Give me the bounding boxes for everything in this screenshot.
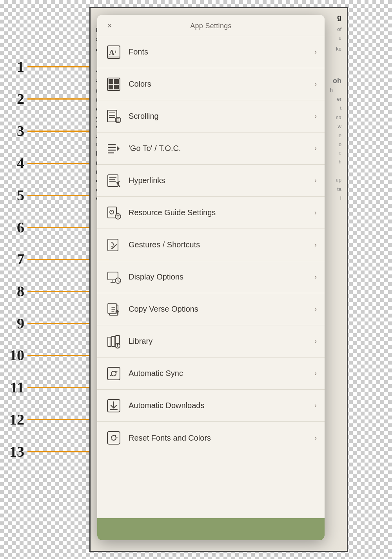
scrolling-label: Scrolling bbox=[129, 112, 311, 121]
goto-chevron: › bbox=[314, 144, 317, 152]
auto-sync-chevron: › bbox=[314, 369, 317, 378]
reset-icon bbox=[105, 429, 122, 446]
reset-label: Reset Fonts and Colors bbox=[129, 434, 311, 443]
settings-item-auto-downloads[interactable]: Automatic Downloads › bbox=[97, 390, 325, 422]
svg-rect-3 bbox=[107, 56, 120, 58]
display-options-icon bbox=[105, 269, 122, 286]
svg-rect-38 bbox=[112, 336, 115, 347]
hyperlinks-icon bbox=[105, 172, 122, 189]
reset-chevron: › bbox=[314, 434, 317, 442]
library-chevron: › bbox=[314, 337, 317, 345]
settings-list: A + Fonts › Colors › bbox=[97, 36, 325, 518]
copy-verse-icon bbox=[105, 301, 122, 318]
dialog-header: × App Settings bbox=[97, 15, 325, 36]
svg-rect-5 bbox=[109, 79, 113, 84]
fonts-icon: A + bbox=[105, 44, 122, 61]
svg-rect-8 bbox=[114, 85, 119, 89]
goto-label: 'Go To' / T.O.C. bbox=[129, 144, 311, 153]
svg-rect-45 bbox=[107, 432, 120, 444]
app-settings-dialog: × App Settings A + Fonts › bbox=[97, 15, 325, 540]
fonts-label: Fonts bbox=[129, 47, 311, 56]
gestures-icon bbox=[105, 236, 122, 254]
svg-text:+: + bbox=[114, 49, 117, 54]
resource-guide-label: Resource Guide Settings bbox=[129, 208, 311, 217]
dialog-title: App Settings bbox=[190, 22, 232, 30]
svg-text:A: A bbox=[109, 48, 114, 56]
settings-item-display[interactable]: Display Options › bbox=[97, 261, 325, 293]
svg-rect-37 bbox=[108, 337, 111, 347]
settings-item-scrolling[interactable]: Scrolling › bbox=[97, 100, 325, 132]
resource-guide-chevron: › bbox=[314, 209, 317, 217]
gestures-chevron: › bbox=[314, 241, 317, 249]
scrolling-chevron: › bbox=[314, 112, 317, 120]
svg-rect-6 bbox=[114, 79, 119, 84]
settings-item-colors[interactable]: Colors › bbox=[97, 68, 325, 100]
settings-item-library[interactable]: Library › bbox=[97, 325, 325, 358]
svg-rect-35 bbox=[108, 303, 116, 314]
svg-rect-19 bbox=[108, 175, 118, 187]
svg-marker-18 bbox=[117, 146, 120, 151]
colors-chevron: › bbox=[314, 80, 317, 88]
gestures-label: Gestures / Shortcuts bbox=[129, 240, 311, 249]
auto-downloads-label: Automatic Downloads bbox=[129, 401, 311, 410]
colors-icon bbox=[105, 76, 122, 93]
settings-item-fonts[interactable]: A + Fonts › bbox=[97, 36, 325, 68]
auto-downloads-icon bbox=[105, 397, 122, 414]
display-options-label: Display Options bbox=[129, 272, 311, 281]
close-button[interactable]: × bbox=[105, 20, 114, 31]
scrolling-icon bbox=[105, 108, 122, 125]
copy-verse-chevron: › bbox=[314, 305, 317, 313]
hyperlinks-label: Hyperlinks bbox=[129, 176, 311, 185]
settings-item-gestures[interactable]: Gestures / Shortcuts › bbox=[97, 229, 325, 261]
auto-sync-label: Automatic Sync bbox=[129, 369, 311, 378]
dialog-footer bbox=[97, 518, 325, 540]
copy-verse-label: Copy Verse Options bbox=[129, 305, 311, 314]
auto-sync-icon bbox=[105, 365, 122, 382]
resource-guide-icon bbox=[105, 204, 122, 221]
fonts-chevron: › bbox=[314, 48, 317, 56]
svg-rect-41 bbox=[107, 367, 120, 380]
library-icon bbox=[105, 333, 122, 350]
goto-icon bbox=[105, 140, 122, 157]
settings-item-copy-verse[interactable]: Copy Verse Options › bbox=[97, 293, 325, 325]
settings-item-auto-sync[interactable]: Automatic Sync › bbox=[97, 358, 325, 390]
settings-item-goto[interactable]: 'Go To' / T.O.C. › bbox=[97, 132, 325, 165]
svg-point-27 bbox=[111, 213, 112, 214]
settings-item-reset[interactable]: Reset Fonts and Colors › bbox=[97, 422, 325, 454]
settings-item-hyperlinks[interactable]: Hyperlinks › bbox=[97, 165, 325, 197]
library-label: Library bbox=[129, 337, 311, 346]
settings-item-resource-guide[interactable]: Resource Guide Settings › bbox=[97, 197, 325, 229]
hyperlinks-chevron: › bbox=[314, 176, 317, 185]
svg-rect-7 bbox=[109, 85, 113, 89]
display-options-chevron: › bbox=[314, 273, 317, 281]
auto-downloads-chevron: › bbox=[314, 401, 317, 410]
colors-label: Colors bbox=[129, 80, 311, 89]
